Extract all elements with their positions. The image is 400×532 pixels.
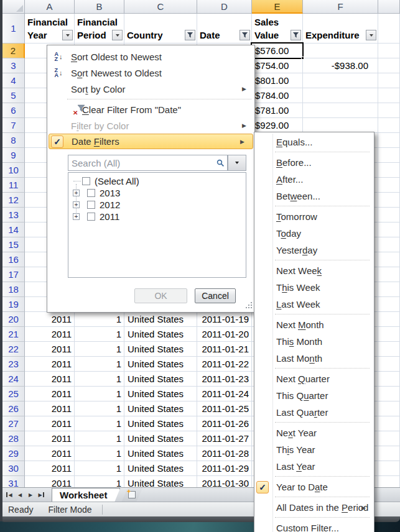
cell-D31[interactable]: 2011-01-30 xyxy=(197,476,252,487)
filter-value-2012[interactable]: +2012 xyxy=(68,199,246,211)
row-header-26[interactable]: 26 xyxy=(2,401,25,416)
cell-B21[interactable]: 1 xyxy=(75,327,124,342)
cell-D23[interactable]: 2011-01-22 xyxy=(197,357,252,372)
cell-E4[interactable]: $801.00 xyxy=(252,73,303,88)
cell-G23[interactable] xyxy=(378,357,400,372)
row-header-11[interactable]: 11 xyxy=(2,178,25,193)
cell-G17[interactable] xyxy=(378,267,400,282)
resize-grip[interactable] xyxy=(244,302,252,310)
menu-item-last-quarter[interactable]: Last Quarter xyxy=(254,404,374,421)
cell-G19[interactable] xyxy=(378,297,400,312)
cell-G13[interactable] xyxy=(378,208,400,222)
cell-B1[interactable]: FinancialPeriod xyxy=(75,14,124,44)
menu-item-last-month[interactable]: Last Month xyxy=(254,350,374,367)
filter-value-2013[interactable]: +2013 xyxy=(68,187,246,199)
cell-partial-1[interactable] xyxy=(378,14,400,44)
row-header-6[interactable]: 6 xyxy=(2,103,25,118)
row-header-15[interactable]: 15 xyxy=(2,237,25,252)
cell-F2[interactable] xyxy=(303,44,378,58)
cell-C20[interactable]: United States xyxy=(124,312,197,327)
cell-G15[interactable] xyxy=(378,237,400,252)
cell-G14[interactable] xyxy=(378,222,400,237)
cell-G11[interactable] xyxy=(378,178,400,193)
cell-D20[interactable]: 2011-01-19 xyxy=(197,312,252,327)
row-header-17[interactable]: 17 xyxy=(2,267,25,282)
cell-B30[interactable]: 1 xyxy=(75,461,124,476)
cell-B31[interactable]: 1 xyxy=(75,476,124,487)
cell-D24[interactable]: 2011-01-23 xyxy=(197,372,252,387)
row-header-13[interactable]: 13 xyxy=(2,208,25,222)
row-header-10[interactable]: 10 xyxy=(2,163,25,178)
menu-item-sort-newest-to-oldest[interactable]: ZA↓Sort Newest to Oldest xyxy=(47,65,254,81)
column-header-D[interactable]: D xyxy=(197,0,252,14)
cell-A26[interactable]: 2011 xyxy=(25,401,75,416)
menu-item-clear-filter-from-date[interactable]: ✕Clear Filter From "Date" xyxy=(47,101,254,117)
row-header-1[interactable]: 1 xyxy=(2,14,25,44)
row-header-28[interactable]: 28 xyxy=(2,431,25,446)
column-header-B[interactable]: B xyxy=(75,0,124,14)
cell-B20[interactable]: 1 xyxy=(75,312,124,327)
menu-item-yesterday[interactable]: Yesterday xyxy=(254,242,374,259)
menu-item-today[interactable]: Today xyxy=(254,225,374,242)
cell-G4[interactable] xyxy=(378,73,400,88)
cell-G9[interactable] xyxy=(378,148,400,163)
column-header-E[interactable]: E xyxy=(252,0,303,14)
row-header-3[interactable]: 3 xyxy=(2,58,25,73)
cell-B26[interactable]: 1 xyxy=(75,401,124,416)
cell-E1[interactable]: SalesValue xyxy=(252,14,303,44)
cell-A31[interactable]: 2011 xyxy=(25,476,75,487)
menu-item-custom-filter[interactable]: Custom Filter... xyxy=(254,520,374,532)
menu-item-equals[interactable]: Equals... xyxy=(254,134,374,150)
cell-C21[interactable]: United States xyxy=(124,327,197,342)
column-header-F[interactable]: F xyxy=(303,0,378,14)
row-header-18[interactable]: 18 xyxy=(2,282,25,297)
menu-item-this-week[interactable]: This Week xyxy=(254,279,374,296)
menu-item-date-filters[interactable]: ✓Date Filters▶ xyxy=(49,134,253,149)
menu-item-tomorrow[interactable]: Tomorrow xyxy=(254,208,374,225)
search-scope-dropdown-button[interactable] xyxy=(228,155,246,171)
menu-item-sort-by-color[interactable]: Sort by Color▶ xyxy=(47,81,254,97)
cell-C25[interactable]: United States xyxy=(124,387,197,401)
cell-C31[interactable]: United States xyxy=(124,476,197,487)
cell-C1[interactable]: Country xyxy=(124,14,197,44)
column-header-partial[interactable] xyxy=(378,0,400,14)
cell-C27[interactable]: United States xyxy=(124,416,197,431)
row-header-27[interactable]: 27 xyxy=(2,416,25,431)
cell-B22[interactable]: 1 xyxy=(75,342,124,357)
tab-worksheet[interactable]: Worksheet xyxy=(52,488,120,502)
cell-G16[interactable] xyxy=(378,252,400,267)
filter-dropdown-button-F[interactable] xyxy=(366,30,376,40)
cell-F7[interactable] xyxy=(303,118,378,133)
cell-G22[interactable] xyxy=(378,342,400,357)
cell-F6[interactable] xyxy=(303,103,378,118)
filter-value-select-all[interactable]: (Select All) xyxy=(68,175,246,187)
select-all-corner[interactable] xyxy=(2,0,25,14)
cell-F1[interactable]: Expenditure xyxy=(303,14,378,44)
cell-D21[interactable]: 2011-01-20 xyxy=(197,327,252,342)
cell-D29[interactable]: 2011-01-28 xyxy=(197,446,252,461)
cell-C23[interactable]: United States xyxy=(124,357,197,372)
cell-A20[interactable]: 2011 xyxy=(25,312,75,327)
expand-plus-icon[interactable]: + xyxy=(73,213,80,220)
filter-value-2011[interactable]: +2011 xyxy=(68,211,246,222)
cell-D1[interactable]: Date xyxy=(197,14,252,44)
cell-A1[interactable]: FinancialYear xyxy=(25,14,75,44)
menu-item-next-quarter[interactable]: Next Quarter xyxy=(254,370,374,387)
cell-F3[interactable]: -$938.00 xyxy=(303,58,378,73)
cell-B23[interactable]: 1 xyxy=(75,357,124,372)
filter-dropdown-button-A[interactable] xyxy=(62,30,73,40)
cell-E3[interactable]: $754.00 xyxy=(252,58,303,73)
cell-C29[interactable]: United States xyxy=(124,446,197,461)
cell-G5[interactable] xyxy=(378,88,400,103)
cell-A30[interactable]: 2011 xyxy=(25,461,75,476)
row-header-12[interactable]: 12 xyxy=(2,193,25,208)
menu-item-before[interactable]: Before... xyxy=(254,154,374,171)
cell-A24[interactable]: 2011 xyxy=(25,372,75,387)
menu-item-all-dates-in-the-period[interactable]: All Dates in the Period▶ xyxy=(254,499,374,516)
row-header-2[interactable]: 2 xyxy=(2,44,25,58)
cell-G28[interactable] xyxy=(378,431,400,446)
cell-G31[interactable] xyxy=(378,476,400,487)
row-header-19[interactable]: 19 xyxy=(2,297,25,312)
row-header-22[interactable]: 22 xyxy=(2,342,25,357)
menu-item-year-to-date[interactable]: ✓Year to Date xyxy=(254,479,374,495)
